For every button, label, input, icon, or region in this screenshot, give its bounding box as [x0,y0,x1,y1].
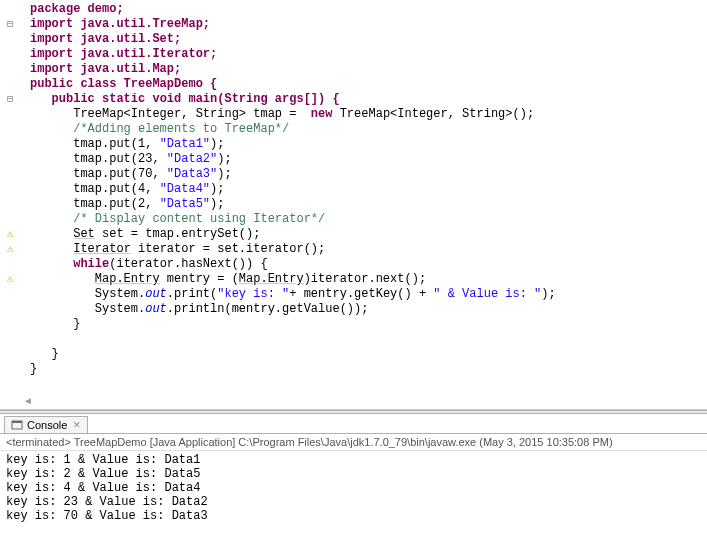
code-text: tmap.put(4, [30,182,160,196]
code-text: ); [541,287,555,301]
code-text: ); [217,152,231,166]
code-string: "Data3" [167,167,217,181]
code-text [30,272,95,286]
code-string: "Data4" [160,182,210,196]
code-text: out [145,287,167,301]
console-icon [11,419,23,431]
code-text: Map.Entry [95,272,160,286]
console-header-text: TreeMapDemo [Java Application] C:\Progra… [71,436,613,448]
console-tab[interactable]: Console ✕ [4,416,88,433]
console-tab-bar: Console ✕ [0,414,707,434]
code-text: public static void main(String args[]) { [52,92,340,106]
code-text: import java.util.Map; [30,62,181,76]
console-panel: Console ✕ <terminated> TreeMapDemo [Java… [0,414,707,541]
code-text: (iterator.hasNext()) { [109,257,267,271]
code-text: tmap.put(23, [30,152,167,166]
code-text: public class TreeMapDemo { [30,77,217,91]
code-string: "Data5" [160,197,210,211]
editor-gutter: ⊟ ⊟ ⚠ ⚠ ⚠ [0,0,20,377]
fold-icon[interactable]: ⊟ [0,17,20,32]
code-string: "Data2" [167,152,217,166]
code-text: Set [73,227,95,241]
console-tab-label: Console [27,419,67,431]
code-string: "key is: " [217,287,289,301]
code-text: tmap.put(70, [30,167,167,181]
code-content[interactable]: package demo; import java.util.TreeMap; … [20,0,707,377]
code-text: Iterator [73,242,131,256]
code-string: "Data1" [160,137,210,151]
code-text: import java.util.Set; [30,32,181,46]
code-text [30,227,73,241]
code-text: tmap.put(1, [30,137,160,151]
warning-icon[interactable]: ⚠ [0,272,20,287]
code-editor[interactable]: ⊟ ⊟ ⚠ ⚠ ⚠ package demo; [0,0,707,410]
code-text: TreeMap<Integer, String> tmap = [30,107,311,121]
code-text: )iterator.next(); [304,272,426,286]
code-text: .println(mentry.getValue()); [167,302,369,316]
console-output[interactable]: key is: 1 & Value is: Data1 key is: 2 & … [0,451,707,525]
console-line: key is: 2 & Value is: Data5 [6,467,701,481]
console-header: <terminated> TreeMapDemo [Java Applicati… [0,434,707,451]
code-text: } [30,317,80,331]
terminated-label: <terminated> [6,436,71,448]
code-text: while [73,257,109,271]
code-text: + mentry.getKey() + [289,287,433,301]
code-text: tmap.put(2, [30,197,160,211]
code-string: " & Value is: " [433,287,541,301]
code-text: Map.Entry [239,272,304,286]
code-text: ); [217,167,231,181]
code-text: mentry = ( [160,272,239,286]
svg-rect-1 [12,421,22,423]
code-text: set = tmap.entrySet(); [95,227,261,241]
console-line: key is: 23 & Value is: Data2 [6,495,701,509]
code-text: TreeMap<Integer, String>(); [332,107,534,121]
console-line: key is: 4 & Value is: Data4 [6,481,701,495]
code-text [30,242,73,256]
code-text: ); [210,137,224,151]
code-text: } [30,347,59,361]
code-text: package demo; [30,2,124,16]
code-text: import java.util.Iterator; [30,47,217,61]
code-comment: /* Display content using Iterator*/ [30,212,325,226]
console-line: key is: 1 & Value is: Data1 [6,453,701,467]
console-line: key is: 70 & Value is: Data3 [6,509,701,523]
code-text: .print( [167,287,217,301]
code-text: new [311,107,333,121]
code-text: import java.util.TreeMap; [30,17,210,31]
code-text: iterator = set.iterator(); [131,242,325,256]
code-text: System. [30,302,145,316]
code-text: System. [30,287,145,301]
warning-icon[interactable]: ⚠ [0,227,20,242]
code-text [30,257,73,271]
warning-icon[interactable]: ⚠ [0,242,20,257]
scroll-left-icon[interactable]: ◄ [25,396,31,407]
code-comment: /*Adding elements to TreeMap*/ [30,122,289,136]
close-icon[interactable]: ✕ [73,420,81,430]
fold-icon[interactable]: ⊟ [0,92,20,107]
code-text: } [30,362,37,376]
code-text: ); [210,182,224,196]
code-text: ); [210,197,224,211]
code-text: out [145,302,167,316]
